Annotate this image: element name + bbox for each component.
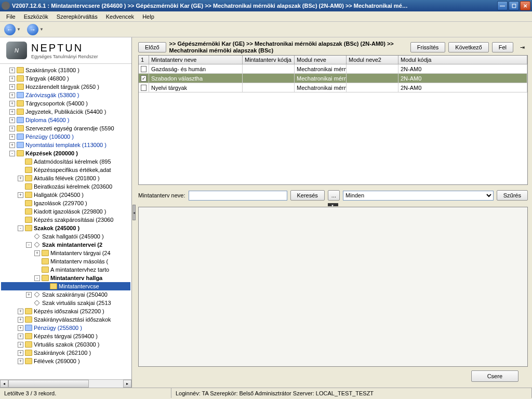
tree-item[interactable]: +Mintatanterv tárgyai (24 xyxy=(1,249,130,257)
menu-favorites[interactable]: Kedvencek xyxy=(102,12,138,21)
next-button[interactable]: Következő xyxy=(448,42,488,52)
menu-help[interactable]: Help xyxy=(138,12,158,21)
tree-item[interactable]: +Záróvizsgák (53800 ) xyxy=(1,91,130,99)
tree-item[interactable]: +Jegyzetek, Publikációk (54400 ) xyxy=(1,108,130,116)
tree-item[interactable]: Képzés szakpárosításai (23060 xyxy=(1,216,130,224)
tree-expander-icon[interactable]: + xyxy=(18,317,23,323)
tree-item[interactable]: Szak hallgatói (245900 ) xyxy=(1,232,130,241)
tree-item[interactable]: +Aktuális félévek (201800 ) xyxy=(1,174,130,182)
tree-item[interactable]: -Képzések (200000 ) xyxy=(1,149,130,157)
nav-back-button[interactable]: ← xyxy=(4,24,16,35)
nav-forward-button[interactable]: → xyxy=(27,24,38,35)
tree-item[interactable]: +Tárgycsoportok (54000 ) xyxy=(1,99,130,108)
col-modulecode[interactable]: Modul kódja xyxy=(398,56,527,64)
browse-button[interactable]: ... xyxy=(328,190,340,201)
pin-icon[interactable]: ⇥ xyxy=(516,42,528,53)
filter-apply-button[interactable]: Szűrés xyxy=(497,190,528,201)
tree-expander-icon[interactable]: + xyxy=(18,334,23,339)
tree-expander-icon[interactable]: - xyxy=(26,242,32,248)
nav-forward-dropdown[interactable]: ▼ xyxy=(39,27,44,32)
table-row[interactable]: Gazdaság- és humánMechatronikai mérnö2N-… xyxy=(139,64,527,74)
scroll-thumb[interactable] xyxy=(8,380,89,388)
scroll-right-button[interactable]: ▸ xyxy=(123,380,131,388)
data-grid[interactable]: 1 Mintatanterv neve Mintatanterv kódja M… xyxy=(138,55,528,185)
tree-item[interactable]: -Szakok (245000 ) xyxy=(1,224,130,232)
tree-item[interactable]: +Szakirányok (31800 ) xyxy=(1,66,130,74)
tree-item[interactable]: +Képzés tárgyai (259400 ) xyxy=(1,332,130,340)
tree-expander-icon[interactable]: + xyxy=(18,342,23,348)
prev-button[interactable]: Előző xyxy=(138,42,166,52)
menu-tools[interactable]: Eszközök xyxy=(20,12,52,21)
tree-item[interactable]: +Félévek (269000 ) xyxy=(1,357,130,365)
tree-item[interactable]: -Mintatanterv hallga xyxy=(1,274,130,282)
tree-expander-icon[interactable]: + xyxy=(9,109,15,115)
tree-item[interactable]: Mintatantervcse xyxy=(1,282,130,290)
tree-item[interactable]: Képzésspecifikus értékek,adat xyxy=(1,166,130,174)
filter-dropdown[interactable]: Minden xyxy=(343,191,494,201)
minimize-button[interactable]: — xyxy=(497,1,508,10)
tree-expander-icon[interactable]: + xyxy=(9,134,15,140)
tree-item[interactable]: +Nyomtatási templatek (113000 ) xyxy=(1,141,130,149)
tree-expander-icon[interactable]: + xyxy=(18,350,23,356)
tree-item[interactable]: +Szervezeti egység órarendje (5590 xyxy=(1,124,130,132)
tree-expander-icon[interactable]: + xyxy=(18,309,23,314)
tree-item[interactable]: Szak virtuális szakjai (2513 xyxy=(1,299,130,307)
search-button[interactable]: Keresés xyxy=(290,190,325,201)
close-button[interactable]: ✕ xyxy=(520,1,530,10)
tree-expander-icon[interactable]: + xyxy=(18,192,23,198)
tree-item[interactable]: +Diploma (54600 ) xyxy=(1,116,130,124)
tree-item[interactable]: -Szak mintatantervei (2 xyxy=(1,241,130,249)
filter-name-input[interactable] xyxy=(189,191,287,201)
tree-expander-icon[interactable]: + xyxy=(18,176,23,181)
horizontal-splitter[interactable] xyxy=(138,203,528,207)
tree-expander-icon[interactable]: + xyxy=(9,68,15,73)
tree-expander-icon[interactable]: + xyxy=(9,101,15,107)
col-rownum[interactable]: 1 xyxy=(139,56,149,64)
nav-back-dropdown[interactable]: ▼ xyxy=(17,27,21,32)
swap-button[interactable]: Csere xyxy=(471,370,518,382)
col-module2[interactable]: Modul neve2 xyxy=(347,56,398,64)
tree-expander-icon[interactable]: + xyxy=(9,84,15,90)
tree-item[interactable]: +Pénzügy (106000 ) xyxy=(1,132,130,141)
row-checkbox[interactable] xyxy=(141,66,147,72)
tree-item[interactable]: +Virtuális szakok (260300 ) xyxy=(1,340,130,349)
tree-item[interactable]: Kiadott igazolások (229800 ) xyxy=(1,207,130,216)
tree-expander-icon[interactable]: + xyxy=(26,292,32,298)
scroll-left-button[interactable]: ◂ xyxy=(0,380,8,388)
tree-item[interactable]: +Pénzügy (255800 ) xyxy=(1,324,130,332)
tree-item[interactable]: +Szakirányválasztási időszakok xyxy=(1,315,130,324)
tree-item[interactable]: Adatmódosítási kérelmek (895 xyxy=(1,157,130,166)
maximize-button[interactable]: ☐ xyxy=(509,1,519,10)
tree-expander-icon[interactable]: + xyxy=(9,117,15,123)
tree-expander-icon[interactable]: - xyxy=(34,275,40,281)
tree-item[interactable]: +Hallgatók (204500 ) xyxy=(1,191,130,199)
col-name[interactable]: Mintatanterv neve xyxy=(149,56,243,64)
row-checkbox[interactable]: ✓ xyxy=(141,75,147,82)
sidebar-hscrollbar[interactable]: ◂ ▸ xyxy=(0,379,131,388)
tree-item[interactable]: Mintatanterv másolás ( xyxy=(1,257,130,265)
vertical-splitter[interactable]: ◂ xyxy=(132,37,136,388)
tree-item[interactable]: +Képzés időszakai (252200 ) xyxy=(1,307,130,315)
refresh-button[interactable]: Frissítés xyxy=(410,42,446,52)
tree-expander-icon[interactable]: - xyxy=(18,225,23,231)
tree-item[interactable]: +Szakirányok (262100 ) xyxy=(1,349,130,357)
tree-expander-icon[interactable]: + xyxy=(9,76,15,82)
tree-expander-icon[interactable]: + xyxy=(9,142,15,148)
tree-expander-icon[interactable]: - xyxy=(9,151,15,156)
tree-expander-icon[interactable]: + xyxy=(9,92,15,98)
nav-tree[interactable]: +Szakirányok (31800 )+Tárgyak (46800 )+H… xyxy=(0,64,131,379)
tree-expander-icon[interactable]: + xyxy=(18,325,23,331)
table-row[interactable]: Nyelvi tárgyakMechatronikai mérnö2N-AM0 xyxy=(139,83,527,92)
tree-item[interactable]: Igazolások (229700 ) xyxy=(1,199,130,207)
menu-file[interactable]: File xyxy=(2,12,20,21)
col-module[interactable]: Modul neve xyxy=(295,56,347,64)
tree-expander-icon[interactable]: + xyxy=(9,126,15,131)
row-checkbox[interactable] xyxy=(141,85,147,91)
tree-item[interactable]: Beiratkozási kérelmek (203600 xyxy=(1,182,130,191)
up-button[interactable]: Fel xyxy=(492,42,513,52)
tree-item[interactable]: A mintatantervhez tarto xyxy=(1,265,130,274)
table-row[interactable]: ✓Szabadon választhaMechatronikai mérnö2N… xyxy=(139,74,527,83)
tree-item[interactable]: +Tárgyak (46800 ) xyxy=(1,74,130,83)
tree-item[interactable]: +Hozzárendelt tárgyak (2650 ) xyxy=(1,83,130,91)
tree-expander-icon[interactable]: + xyxy=(34,250,40,256)
